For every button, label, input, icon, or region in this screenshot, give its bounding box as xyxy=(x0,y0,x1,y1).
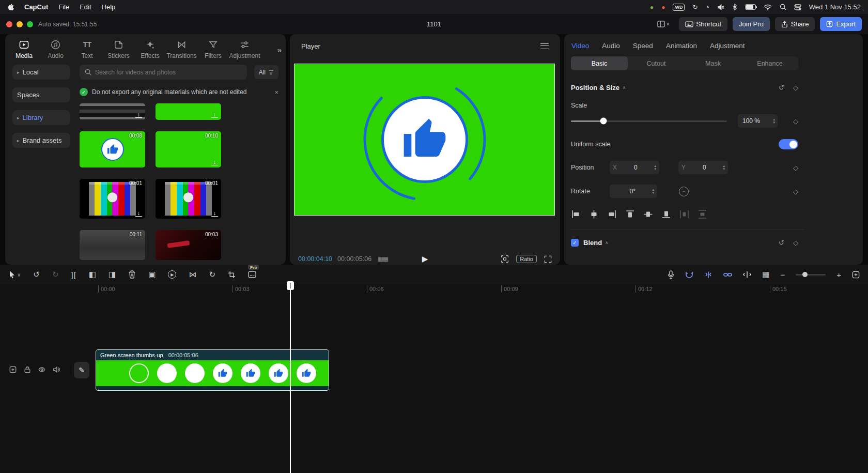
status-app-orange-icon[interactable]: ● xyxy=(661,4,665,11)
frame-view-icon[interactable]: ▦▦ xyxy=(378,255,388,263)
media-thumbnail-testcard[interactable]: 00:01 ↓ xyxy=(80,179,145,219)
add-to-track-icon[interactable] xyxy=(9,366,17,373)
close-icon[interactable]: × xyxy=(274,88,278,96)
tab-text[interactable]: TT Text xyxy=(71,39,103,59)
scale-slider-knob[interactable] xyxy=(600,118,607,125)
subtab-enhance[interactable]: Enhance xyxy=(741,56,798,70)
timeline-area[interactable]: 00:00 00:03 00:06 00:09 00:12 00:15 ✎ Gr… xyxy=(0,284,868,473)
subtab-mask[interactable]: Mask xyxy=(685,56,741,70)
playhead-handle[interactable] xyxy=(287,281,294,290)
distribute-vertical-icon[interactable] xyxy=(698,209,707,219)
keyframe-diamond-icon[interactable]: ◇ xyxy=(793,117,798,125)
zoom-in-button[interactable]: + xyxy=(836,270,841,279)
wd-drive-icon[interactable]: WD xyxy=(673,4,685,11)
hide-track-icon[interactable] xyxy=(38,366,45,373)
tab-animation[interactable]: Animation xyxy=(666,42,697,50)
media-thumbnail-green-thumbsup[interactable]: 00:08 xyxy=(80,131,145,167)
timeline-ruler[interactable]: 00:00 00:03 00:06 00:09 00:12 00:15 xyxy=(0,285,868,295)
apple-logo-icon[interactable] xyxy=(7,3,14,11)
delete-left-button[interactable]: ◧ xyxy=(89,270,96,279)
control-center-icon[interactable] xyxy=(794,4,801,10)
tab-adjustment-props[interactable]: Adjustment xyxy=(710,42,745,50)
media-thumbnail-dark-red[interactable]: 00:03 xyxy=(156,230,221,260)
position-y-stepper[interactable]: ▴▾ xyxy=(723,164,725,171)
fullscreen-icon[interactable] xyxy=(544,255,552,263)
menu-edit[interactable]: Edit xyxy=(80,3,91,11)
scale-value-field[interactable]: 100 % ▴▾ xyxy=(738,114,778,128)
rotate-field[interactable]: 0° ▴▾ xyxy=(610,185,657,198)
export-button[interactable]: Export xyxy=(820,17,862,31)
download-icon[interactable]: ↓ xyxy=(211,112,218,118)
mute-track-icon[interactable] xyxy=(53,366,60,373)
more-tabs-button[interactable]: » xyxy=(277,39,282,54)
position-x-stepper[interactable]: ▴▾ xyxy=(654,164,656,171)
zoom-fit-button[interactable] xyxy=(852,271,860,279)
menu-file[interactable]: File xyxy=(58,3,69,11)
keyframe-diamond-icon[interactable]: ◇ xyxy=(793,164,798,172)
auto-captions-pro-button[interactable]: Pro xyxy=(248,271,256,278)
filter-all-button[interactable]: All xyxy=(254,65,278,79)
spotlight-search-icon[interactable] xyxy=(780,4,786,10)
menubar-app-name[interactable]: CapCut xyxy=(24,3,48,11)
download-icon[interactable]: ↓ xyxy=(211,159,218,165)
speed-button[interactable]: ▶ xyxy=(168,270,176,279)
tab-media[interactable]: Media xyxy=(8,39,40,59)
tab-speed[interactable]: Speed xyxy=(633,42,653,50)
subtab-basic[interactable]: Basic xyxy=(571,56,628,70)
play-button[interactable]: ▶ xyxy=(422,254,428,264)
rotate-dial-icon[interactable]: − xyxy=(679,187,689,196)
scale-slider[interactable] xyxy=(571,120,727,122)
timeline-zoom-slider[interactable] xyxy=(796,274,826,276)
position-y-field[interactable]: Y 0 ▴▾ xyxy=(678,161,728,174)
mute-icon[interactable] xyxy=(717,4,724,10)
bluetooth-icon[interactable] xyxy=(732,4,737,10)
tab-adjustment[interactable]: Adjustment xyxy=(229,39,260,59)
collapse-caret-icon[interactable]: ∧ xyxy=(623,85,626,90)
delete-right-button[interactable]: ◨ xyxy=(109,270,116,279)
align-right-icon[interactable] xyxy=(607,209,617,219)
menubar-clock[interactable]: Wed 1 Nov 15:52 xyxy=(809,3,861,11)
media-thumbnail-testcard[interactable]: 00:01 ↓ xyxy=(156,179,221,219)
lock-track-icon[interactable] xyxy=(24,366,31,373)
reset-icon[interactable]: ↺ xyxy=(779,84,784,91)
uniform-scale-toggle[interactable] xyxy=(779,139,798,149)
tab-video[interactable]: Video xyxy=(571,42,589,50)
timeline-clip-green-screen[interactable]: Green screen thumbs-up 00:00:05:06 xyxy=(96,349,329,391)
shortcut-button[interactable]: Shortcut xyxy=(679,17,727,31)
minimize-window-button[interactable] xyxy=(17,21,23,27)
media-thumbnail-green[interactable]: ↓ xyxy=(156,103,221,120)
delete-button[interactable] xyxy=(128,270,136,279)
align-top-icon[interactable] xyxy=(625,209,635,219)
subtab-cutout[interactable]: Cutout xyxy=(628,56,685,70)
close-window-button[interactable] xyxy=(6,21,12,27)
split-button[interactable]: ][ xyxy=(71,270,76,279)
scale-stepper[interactable]: ▴▾ xyxy=(773,118,775,125)
playhead-line[interactable] xyxy=(290,282,291,473)
align-center-horizontal-icon[interactable] xyxy=(589,209,599,219)
main-track-magnet-icon[interactable] xyxy=(685,271,693,279)
download-icon[interactable]: ↓ xyxy=(211,210,218,217)
player-menu-icon[interactable] xyxy=(540,43,549,49)
search-input[interactable] xyxy=(95,69,242,76)
media-thumbnail-filmstrip[interactable]: ↓ xyxy=(80,103,145,120)
tab-audio[interactable]: Audio xyxy=(40,39,71,59)
download-icon[interactable]: ↓ xyxy=(135,112,142,118)
auto-snap-icon[interactable] xyxy=(704,271,712,279)
keyframe-diamond-icon[interactable]: ◇ xyxy=(793,84,798,91)
sync-icon[interactable]: ↻ xyxy=(692,4,698,11)
sidebar-item-spaces[interactable]: Spaces xyxy=(12,87,70,102)
wifi-icon[interactable] xyxy=(764,4,772,10)
join-pro-button[interactable]: Join Pro xyxy=(733,17,770,31)
zoom-window-button[interactable] xyxy=(27,21,33,27)
reset-icon[interactable]: ↺ xyxy=(779,239,784,247)
zoom-out-button[interactable]: − xyxy=(780,270,785,279)
mirror-button[interactable]: ⋈ xyxy=(189,270,196,279)
battery-icon[interactable] xyxy=(745,4,756,10)
menu-help[interactable]: Help xyxy=(102,3,116,11)
record-voiceover-icon[interactable] xyxy=(668,270,674,279)
preview-axis-icon[interactable] xyxy=(743,271,751,278)
project-title[interactable]: 1101 xyxy=(427,20,441,28)
zoom-slider-knob[interactable] xyxy=(802,272,808,277)
tab-transitions[interactable]: Transitions xyxy=(166,39,197,59)
keyframe-diamond-icon[interactable]: ◇ xyxy=(793,239,798,247)
